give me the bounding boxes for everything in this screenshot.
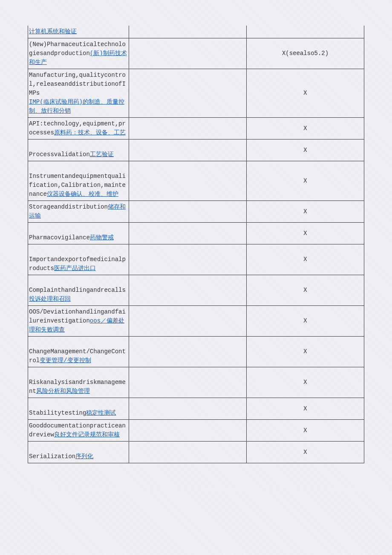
topic-cn: 良好文件记录规范和审核: [54, 431, 120, 438]
table-row: 计算机系统和验证: [28, 26, 364, 38]
mark-cell: X: [247, 367, 364, 398]
topic-cell: OOS/Deviationhandlingandfailureinvestiga…: [28, 306, 129, 337]
topic-cn: 药物警戒: [90, 234, 114, 241]
table-row: Processvalidation工艺验证X: [28, 139, 364, 161]
table-row: OOS/Deviationhandlingandfailureinvestiga…: [28, 306, 364, 337]
middle-cell: [129, 161, 247, 201]
topic-en: Storageanddistribution: [29, 203, 108, 210]
topic-cell: Manufacturing,qualitycontrol,releaseandd…: [28, 69, 129, 118]
topic-cn: 投诉处理和召回: [29, 296, 71, 302]
mark-cell: X: [247, 306, 364, 337]
topic-cn: 计算机系统和验证: [29, 28, 77, 35]
topic-cell: Instrumentandequipmentqualification,Cali…: [28, 161, 129, 201]
table-row: API:technology,equipment,processes原料药：技术…: [28, 118, 364, 139]
training-topics-table: 计算机系统和验证(New)Pharmaceuticaltechnologiesa…: [28, 26, 364, 463]
topic-en: Manufacturing,qualitycontrol,releaseandd…: [29, 72, 126, 96]
middle-cell: [129, 38, 247, 69]
middle-cell: [129, 442, 247, 463]
topic-en: Stabilitytesting: [29, 410, 86, 416]
mark-cell: X: [247, 442, 364, 463]
topic-cell: Pharmacovigilance药物警戒: [28, 223, 129, 244]
topic-cell: Serialization序列化: [28, 442, 129, 463]
topic-cell: Riskanalysisandriskmanagement风险分析和风险管理: [28, 367, 129, 398]
table-row: (New)Pharmaceuticaltechnologiesandproduc…: [28, 38, 364, 69]
middle-cell: [129, 398, 247, 420]
topic-cn: 工艺验证: [90, 151, 114, 158]
table-row: Instrumentandequipmentqualification,Cali…: [28, 161, 364, 201]
mark-cell: X: [247, 118, 364, 139]
mark-cell: [247, 26, 364, 38]
topic-cell: ChangeManagement/ChangeControl变更管理/变更控制: [28, 337, 129, 367]
topic-en: Processvalidation: [29, 151, 90, 158]
topic-cell: Stabilitytesting稳定性测试: [28, 398, 129, 420]
topic-cell: 计算机系统和验证: [28, 26, 129, 38]
table-row: Stabilitytesting稳定性测试X: [28, 398, 364, 420]
mark-cell: X: [247, 223, 364, 244]
topic-cell: Importandexportofmedicinalproducts医药产品进出…: [28, 244, 129, 275]
topic-cn: 序列化: [75, 453, 93, 460]
middle-cell: [129, 306, 247, 337]
topic-cn: 变更管理/变更控制: [40, 357, 91, 364]
topic-en: Serialization: [29, 453, 75, 460]
topic-cell: Storageanddistribution储存和运输: [28, 201, 129, 223]
middle-cell: [129, 118, 247, 139]
mark-cell: X: [247, 139, 364, 161]
topic-cell: Processvalidation工艺验证: [28, 139, 129, 161]
middle-cell: [129, 201, 247, 223]
mark-cell: X: [247, 161, 364, 201]
table-row: Storageanddistribution储存和运输X: [28, 201, 364, 223]
table-row: Gooddocumentationpracticeandreview良好文件记录…: [28, 420, 364, 442]
topic-cn: 稳定性测试: [86, 410, 116, 416]
topic-cn: 风险分析和风险管理: [36, 388, 90, 395]
table-row: Pharmacovigilance药物警戒X: [28, 223, 364, 244]
table-row: Complainthandlingandrecalls投诉处理和召回X: [28, 275, 364, 306]
mark-cell: X: [247, 398, 364, 420]
middle-cell: [129, 367, 247, 398]
topic-cn: 仪器设备确认、校准、维护: [47, 191, 118, 198]
mark-cell: X: [247, 244, 364, 275]
table-row: Manufacturing,qualitycontrol,releaseandd…: [28, 69, 364, 118]
topic-cn: 原料药：技术、设备、工艺: [54, 129, 126, 136]
topic-cell: (New)Pharmaceuticaltechnologiesandproduc…: [28, 38, 129, 69]
table-row: Serialization序列化X: [28, 442, 364, 463]
topic-cell: Complainthandlingandrecalls投诉处理和召回: [28, 275, 129, 306]
middle-cell: [129, 244, 247, 275]
mark-cell: X: [247, 337, 364, 367]
mark-cell: X: [247, 420, 364, 442]
middle-cell: [129, 26, 247, 38]
topic-cell: API:technology,equipment,processes原料药：技术…: [28, 118, 129, 139]
topic-cn: 医药产品进出口: [54, 265, 96, 272]
middle-cell: [129, 223, 247, 244]
table-row: Importandexportofmedicinalproducts医药产品进出…: [28, 244, 364, 275]
middle-cell: [129, 337, 247, 367]
mark-cell: X(seealso5.2): [247, 38, 364, 69]
mark-cell: X: [247, 69, 364, 118]
topic-cell: Gooddocumentationpracticeandreview良好文件记录…: [28, 420, 129, 442]
mark-cell: X: [247, 201, 364, 223]
middle-cell: [129, 420, 247, 442]
table-row: ChangeManagement/ChangeControl变更管理/变更控制X: [28, 337, 364, 367]
topic-en: Pharmacovigilance: [29, 234, 90, 241]
topic-en: Complainthandlingandrecalls: [29, 287, 126, 293]
middle-cell: [129, 275, 247, 306]
mark-cell: X: [247, 275, 364, 306]
table-row: Riskanalysisandriskmanagement风险分析和风险管理X: [28, 367, 364, 398]
middle-cell: [129, 139, 247, 161]
topic-cn: IMP(临床试验用药)的制造、质量控制、放行和分销: [29, 99, 124, 114]
middle-cell: [129, 69, 247, 118]
